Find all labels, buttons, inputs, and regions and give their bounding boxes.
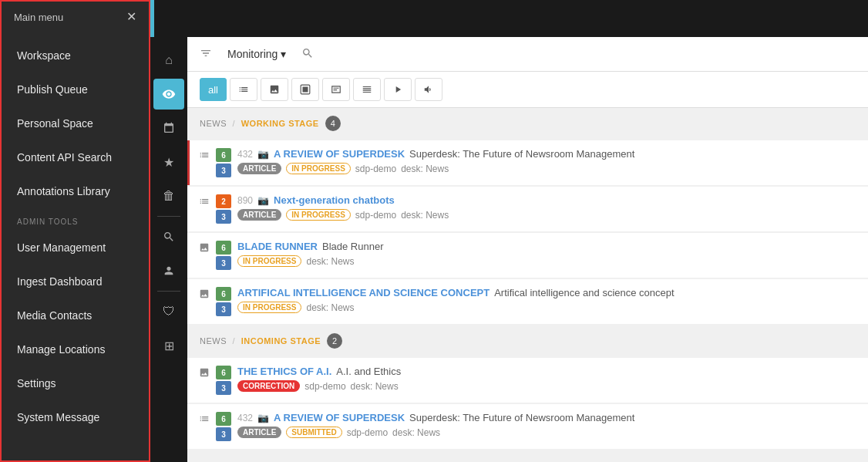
incoming-stage-name: INCOMING STAGE bbox=[241, 336, 321, 346]
table-row[interactable]: 6 3 432 📷 A REVIEW OF SUPERDESK Superdes… bbox=[187, 140, 868, 185]
score-bottom: 3 bbox=[216, 164, 231, 177]
article-subtitle: Superdesk: The Future of Newsroom Manage… bbox=[409, 412, 634, 423]
incoming-stage-path: NEWS / INCOMING STAGE bbox=[200, 336, 321, 346]
article-scores: 6 3 bbox=[216, 148, 231, 177]
article-meta-row: ARTICLE SUBMITTED sdp-demo desk: News bbox=[237, 427, 859, 438]
article-meta-row: ARTICLE IN PROGRESS sdp-demo desk: News bbox=[237, 163, 859, 174]
article-id: 432 bbox=[237, 149, 253, 160]
menu-item-annotations[interactable]: Annotations Library bbox=[2, 174, 149, 208]
sidebar-search-icon[interactable] bbox=[153, 221, 184, 252]
article-subtitle: Blade Runner bbox=[322, 241, 384, 252]
sidebar-home-icon[interactable]: ⌂ bbox=[153, 45, 184, 76]
sidebar-eye-icon[interactable] bbox=[153, 79, 184, 110]
menu-item-content-api[interactable]: Content API Search bbox=[2, 140, 149, 174]
desk-text: desk: News bbox=[306, 302, 354, 313]
filter-audio-button[interactable] bbox=[415, 78, 442, 101]
incoming-stage-header: NEWS / INCOMING STAGE 2 bbox=[187, 325, 868, 356]
menu-item-workspace[interactable]: Workspace bbox=[2, 39, 149, 73]
menu-item-personal-space[interactable]: Personal Space bbox=[2, 106, 149, 140]
table-row[interactable]: 6 3 BLADE RUNNER Blade Runner IN PROGRES… bbox=[187, 233, 868, 278]
article-title-row: 432 📷 A REVIEW OF SUPERDESK Superdesk: T… bbox=[237, 412, 859, 423]
article-title: A REVIEW OF SUPERDESK bbox=[274, 412, 405, 423]
article-subtitle: Artifical intelligence and science conce… bbox=[494, 287, 674, 298]
article-meta-row: IN PROGRESS desk: News bbox=[237, 255, 859, 267]
article-title: Next-generation chatbots bbox=[274, 194, 395, 206]
article-scores: 6 3 bbox=[216, 366, 231, 395]
filter-all-button[interactable]: all bbox=[200, 78, 227, 101]
article-title-row: THE ETHICS OF A.I. A.I. and Ethics bbox=[237, 366, 859, 377]
search-icon[interactable] bbox=[301, 47, 314, 62]
sidebar-star-icon[interactable]: ★ bbox=[153, 147, 184, 177]
article-meta-row: ARTICLE IN PROGRESS sdp-demo desk: News bbox=[237, 209, 859, 221]
filter-video-button[interactable] bbox=[384, 78, 412, 101]
monitoring-chevron: ▾ bbox=[281, 48, 286, 60]
menu-item-user-management[interactable]: User Management bbox=[2, 231, 149, 265]
correction-badge: CORRECTION bbox=[237, 380, 300, 392]
admin-tools-label: ADMIN TOOLS bbox=[2, 208, 149, 231]
photo-icon bbox=[199, 242, 210, 255]
incoming-stage-news: NEWS bbox=[200, 336, 227, 346]
incoming-stage-slash: / bbox=[233, 336, 238, 346]
menu-item-settings[interactable]: Settings bbox=[2, 366, 149, 400]
article-body: 432 📷 A REVIEW OF SUPERDESK Superdesk: T… bbox=[237, 148, 859, 174]
article-icon bbox=[199, 196, 210, 209]
main-layout: Main menu ✕ Workspace Publish Queue Pers… bbox=[0, 37, 868, 462]
filter-list-button[interactable] bbox=[353, 78, 381, 101]
score-top: 6 bbox=[216, 241, 231, 255]
table-row[interactable]: 6 3 432 📷 A REVIEW OF SUPERDESK Superdes… bbox=[187, 404, 868, 449]
status-badge: IN PROGRESS bbox=[286, 163, 350, 174]
score-bottom: 3 bbox=[216, 302, 231, 316]
score-bottom: 3 bbox=[216, 427, 231, 441]
filter-text-button[interactable] bbox=[230, 78, 257, 101]
sidebar-shield-icon[interactable]: 🛡 bbox=[153, 296, 184, 327]
sidebar-calendar-icon[interactable] bbox=[153, 113, 184, 143]
article-icon bbox=[199, 413, 210, 427]
article-body: ARTIFICAL INTELLIGENCE AND SCIENCE CONCE… bbox=[237, 287, 859, 313]
status-badge: IN PROGRESS bbox=[237, 302, 301, 313]
table-row[interactable]: 6 3 THE ETHICS OF A.I. A.I. and Ethics C… bbox=[187, 358, 868, 403]
monitoring-button[interactable]: Monitoring ▾ bbox=[221, 45, 292, 63]
left-sidebar: ⌂ ★ 🗑 🛡 ⊞ bbox=[150, 37, 187, 462]
article-body: THE ETHICS OF A.I. A.I. and Ethics CORRE… bbox=[237, 366, 859, 392]
source-text: sdp-demo bbox=[347, 427, 388, 438]
monitoring-label: Monitoring bbox=[227, 48, 278, 60]
sidebar-grid-icon[interactable]: ⊞ bbox=[153, 330, 184, 361]
menu-item-publish-queue[interactable]: Publish Queue bbox=[2, 73, 149, 106]
incoming-stage-count: 2 bbox=[327, 333, 342, 349]
menu-item-system-message[interactable]: System Message bbox=[2, 400, 149, 434]
article-title: BLADE RUNNER bbox=[237, 241, 318, 252]
menu-item-manage-locations[interactable]: Manage Locations bbox=[2, 332, 149, 366]
main-content: Monitoring ▾ all bbox=[187, 37, 868, 462]
working-stage-count: 4 bbox=[325, 116, 341, 131]
table-row[interactable]: 2 3 890 📷 Next-generation chatbots ARTIC… bbox=[187, 187, 868, 231]
article-type-badge: ARTICLE bbox=[237, 163, 281, 174]
table-row[interactable]: 6 3 ARTIFICAL INTELLIGENCE AND SCIENCE C… bbox=[187, 279, 868, 324]
side-menu-items: Workspace Publish Queue Personal Space C… bbox=[2, 37, 149, 440]
status-badge: IN PROGRESS bbox=[286, 209, 350, 221]
side-menu: Main menu ✕ Workspace Publish Queue Pers… bbox=[0, 37, 150, 462]
filter-photo-button[interactable] bbox=[261, 78, 288, 101]
menu-item-media-contacts[interactable]: Media Contacts bbox=[2, 298, 149, 332]
camera-icon: 📷 bbox=[257, 413, 269, 423]
article-id: 890 bbox=[237, 195, 253, 206]
sidebar-person-icon[interactable] bbox=[153, 255, 184, 286]
article-scores: 6 3 bbox=[216, 241, 231, 270]
filter-composite-button[interactable] bbox=[322, 78, 350, 101]
article-title: A REVIEW OF SUPERDESK bbox=[274, 148, 405, 160]
filter-graphic-button[interactable] bbox=[291, 78, 319, 101]
source-text: sdp-demo bbox=[355, 164, 396, 174]
filter-icon[interactable] bbox=[200, 47, 212, 62]
article-scores: 6 3 bbox=[216, 412, 231, 441]
article-title-row: ARTIFICAL INTELLIGENCE AND SCIENCE CONCE… bbox=[237, 287, 859, 298]
article-meta-row: CORRECTION sdp-demo desk: News bbox=[237, 380, 859, 392]
score-top: 6 bbox=[216, 366, 231, 379]
article-id: 432 bbox=[237, 413, 253, 423]
working-stage-news: NEWS bbox=[200, 119, 227, 128]
working-stage-path: NEWS / WORKING STAGE bbox=[200, 119, 319, 128]
sidebar-trash-icon[interactable]: 🗑 bbox=[153, 180, 184, 211]
working-stage-header: NEWS / WORKING STAGE 4 bbox=[187, 108, 868, 139]
svg-rect-1 bbox=[303, 87, 308, 93]
article-title-row: 432 📷 A REVIEW OF SUPERDESK Superdesk: T… bbox=[237, 148, 859, 160]
menu-item-ingest-dashboard[interactable]: Ingest Dashboard bbox=[2, 265, 149, 298]
article-title-row: 890 📷 Next-generation chatbots bbox=[237, 194, 859, 206]
